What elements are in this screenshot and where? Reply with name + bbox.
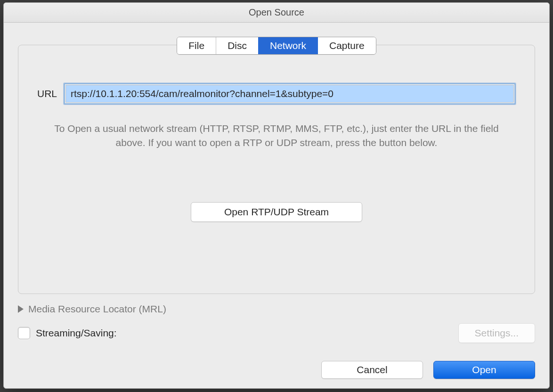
url-input-focus-ring: [64, 83, 516, 105]
url-label: URL: [37, 88, 57, 99]
mrl-disclosure[interactable]: Media Resource Locator (MRL): [18, 303, 535, 315]
tab-network[interactable]: Network: [258, 37, 317, 54]
open-rtp-udp-button[interactable]: Open RTP/UDP Stream: [191, 202, 362, 222]
streaming-left: Streaming/Saving:: [18, 327, 117, 339]
network-panel: URL To Open a usual network stream (HTTP…: [18, 45, 535, 294]
disclosure-triangle-icon: [18, 305, 24, 313]
window-title: Open Source: [249, 7, 304, 18]
tab-capture[interactable]: Capture: [317, 37, 376, 54]
rtp-button-row: Open RTP/UDP Stream: [37, 202, 516, 222]
below-panel: Media Resource Locator (MRL) Streaming/S…: [18, 303, 535, 379]
mrl-label: Media Resource Locator (MRL): [28, 303, 166, 315]
settings-button: Settings...: [458, 323, 535, 343]
open-source-dialog: Open Source File Disc Network Capture UR…: [3, 2, 550, 389]
open-button[interactable]: Open: [433, 361, 535, 379]
url-input[interactable]: [65, 85, 514, 103]
dialog-buttons: Cancel Open: [18, 361, 535, 379]
tabs-container: File Disc Network Capture: [18, 37, 535, 55]
titlebar: Open Source: [4, 3, 549, 23]
tab-file[interactable]: File: [177, 37, 216, 54]
streaming-saving-checkbox[interactable]: [18, 327, 30, 339]
streaming-saving-label: Streaming/Saving:: [36, 327, 117, 339]
tabs: File Disc Network Capture: [177, 37, 376, 55]
streaming-row: Streaming/Saving: Settings...: [18, 323, 535, 343]
dialog-content: File Disc Network Capture URL To Open a …: [4, 23, 549, 388]
url-row: URL: [37, 83, 516, 105]
helper-text: To Open a usual network stream (HTTP, RT…: [37, 122, 516, 150]
cancel-button[interactable]: Cancel: [321, 361, 423, 379]
tab-disc[interactable]: Disc: [216, 37, 258, 54]
